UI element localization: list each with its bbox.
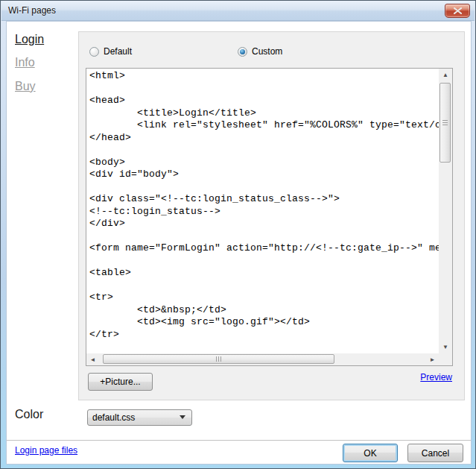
color-dropdown[interactable]: default.css xyxy=(87,409,192,426)
radio-option-custom[interactable]: Custom xyxy=(238,46,282,57)
login-page-panel: Default Custom <html> <head> <title>Logi… xyxy=(78,31,465,400)
radio-label-default: Default xyxy=(104,46,132,57)
footer-separator xyxy=(7,440,471,441)
code-text[interactable]: <html> <head> <title>Login</title> <link… xyxy=(86,69,439,353)
sidebar-item-info[interactable]: Info xyxy=(15,56,35,69)
color-label: Color xyxy=(15,408,43,421)
html-code-editor: <html> <head> <title>Login</title> <link… xyxy=(86,68,453,366)
vertical-scroll-thumb[interactable] xyxy=(439,83,451,163)
vertical-scrollbar[interactable]: ▲ ▼ xyxy=(439,69,452,353)
scroll-left-button[interactable]: ◄ xyxy=(86,353,99,365)
chevron-down-icon xyxy=(180,415,185,419)
scrollbar-corner xyxy=(439,353,452,365)
radio-icon-default xyxy=(89,47,99,57)
add-picture-button[interactable]: +Picture... xyxy=(88,373,153,391)
preview-link[interactable]: Preview xyxy=(420,372,452,383)
scroll-down-icon: ▼ xyxy=(442,344,448,350)
scroll-right-icon: ► xyxy=(430,356,436,363)
horizontal-scroll-thumb[interactable] xyxy=(103,354,334,364)
window-title: Wi-Fi pages xyxy=(8,5,56,16)
color-dropdown-value: default.css xyxy=(88,412,191,423)
titlebar[interactable]: Wi-Fi pages xyxy=(1,1,475,21)
dialog-body: Login Info Buy Default Custom <html> <he… xyxy=(6,21,472,465)
scroll-left-icon: ◄ xyxy=(90,356,96,363)
scroll-up-icon: ▲ xyxy=(442,72,448,78)
radio-option-default[interactable]: Default xyxy=(89,46,132,57)
wifi-pages-dialog: Wi-Fi pages Login Info Buy Default Custo… xyxy=(0,0,476,469)
close-icon xyxy=(454,7,462,14)
scroll-down-button[interactable]: ▼ xyxy=(439,341,452,353)
horizontal-scrollbar[interactable]: ◄ ► xyxy=(86,353,439,365)
ok-button[interactable]: OK xyxy=(343,444,398,462)
radio-label-custom: Custom xyxy=(252,46,282,57)
close-button[interactable] xyxy=(445,4,470,18)
radio-icon-custom-selected xyxy=(238,47,247,57)
scroll-up-button[interactable]: ▲ xyxy=(439,69,452,81)
scroll-right-button[interactable]: ► xyxy=(426,353,439,365)
sidebar-item-login[interactable]: Login xyxy=(15,33,44,46)
sidebar-item-buy[interactable]: Buy xyxy=(15,80,36,93)
cancel-button[interactable]: Cancel xyxy=(407,444,463,462)
login-page-files-link[interactable]: Login page files xyxy=(15,445,77,456)
